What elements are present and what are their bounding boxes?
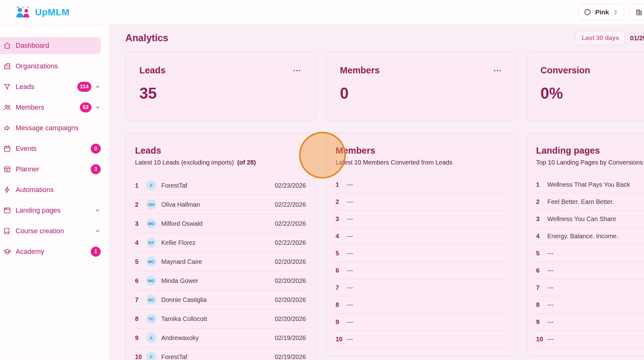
members-card-title: Members [336,145,506,156]
list-cards: Leads Latest 10 Leads (excluding imports… [125,133,644,360]
ellipsis-menu-icon[interactable] [493,66,502,75]
member-row[interactable]: 2 --- [336,193,506,210]
lead-rank: 10 [135,353,146,360]
landing-rank: 10 [536,336,547,343]
stat-card-value: 0% [540,84,644,102]
member-rank: 1 [336,181,347,188]
sidebar-item-meta: 53 [80,102,101,112]
lead-date: 02/22/2026 [275,201,306,208]
landing-page-row[interactable]: 5 --- [536,245,644,262]
member-row[interactable]: 3 --- [336,210,506,228]
sidebar-item[interactable]: Planner 3 [0,161,101,178]
lead-name: Maynard Caire [161,258,275,265]
member-name: --- [347,301,506,308]
landing-page-row[interactable]: 3 Wellness You Can Share [536,210,644,228]
sidebar-item[interactable]: Organizations [0,58,101,75]
lead-row[interactable]: 7 DC Donnie Castiglia 02/20/2026 [135,290,306,309]
lead-avatar: A [146,333,156,343]
lead-avatar: F [146,180,156,190]
date-range-preset[interactable]: Last 30 days [576,31,625,45]
sidebar-item[interactable]: Events 0 [0,140,101,157]
lead-name: ForestTaf [161,353,275,360]
landing-page-row[interactable]: 7 --- [536,279,644,296]
lead-row[interactable]: 9 A Andrewaxoky 02/19/2026 [135,328,306,348]
lead-name: Oliva Hallman [161,201,275,208]
lead-name: ForestTaf [161,182,275,189]
landing-card-subtitle: Top 10 Landing Pages by Conversions [536,159,644,166]
count-badge: 114 [77,82,91,92]
member-row[interactable]: 10 --- [336,331,506,348]
sidebar-item-label: Organizations [16,62,58,70]
sidebar-item[interactable]: Automations [0,181,101,198]
landing-page-row[interactable]: 9 --- [536,313,644,331]
members-icon [3,103,11,111]
member-row[interactable]: 4 --- [336,228,506,245]
sidebar-item[interactable]: Message campaigns [0,120,101,136]
sidebar-item[interactable]: Leads 114 [0,78,101,95]
landing-page-row[interactable]: 1 Wellness That Pays You Back [536,176,644,193]
sidebar-item[interactable]: Landing pages [0,202,101,219]
org-switcher[interactable]: U [630,4,644,20]
sidebar-item-label: Members [16,103,44,111]
lead-row[interactable]: 4 KF Kellie Florez 02/22/2026 [135,233,306,252]
date-range-value[interactable]: 01/25/20 [630,34,644,42]
landing-rank: 3 [536,215,547,223]
stat-card: Members 0 [326,52,516,121]
landing-page-row[interactable]: 8 --- [536,296,644,313]
member-row[interactable]: 7 --- [336,279,506,296]
lead-avatar: OH [146,200,156,210]
landing-rank: 8 [536,301,547,308]
lead-row[interactable]: 10 F ForestTaf 02/19/2026 [135,348,306,360]
sidebar-item-meta: 114 [77,82,101,92]
landing-page-row[interactable]: 4 Energy. Balance. Income. [536,228,644,245]
sidebar-item[interactable]: Course creation [0,223,101,239]
lead-avatar: DC [146,295,156,305]
lead-row[interactable]: 6 MG Minda Gower 02/20/2026 [135,271,306,290]
lead-row[interactable]: 3 MO Milford Oswald 02/22/2026 [135,214,306,233]
member-name: --- [347,215,506,223]
sidebar-item-meta: 0 [91,144,101,154]
landing-rank: 6 [536,267,547,274]
lead-rank: 6 [135,277,146,284]
chevron-down-icon [94,207,101,214]
landing-page-name: --- [547,284,644,291]
member-name: --- [347,181,506,188]
theme-selector[interactable]: Pink [578,4,624,20]
building-icon [635,8,643,16]
members-list-card: Members Latest 10 Members Converted from… [326,133,516,356]
landing-rank: 4 [536,233,547,240]
sidebar-item[interactable]: Academy 1 [0,243,101,260]
lead-row[interactable]: 2 OH Oliva Hallman 02/22/2026 [135,195,306,214]
lead-row[interactable]: 8 TC Tamika Collocott 02/20/2026 [135,309,306,328]
member-row[interactable]: 9 --- [336,313,506,331]
lead-row[interactable]: 1 F ForestTaf 02/23/2026 [135,176,306,195]
lead-date: 02/20/2026 [275,258,306,265]
member-name: --- [347,318,506,326]
member-name: --- [347,250,506,257]
count-badge: 1 [91,247,101,257]
sidebar-item[interactable]: Members 53 [0,99,101,116]
member-row[interactable]: 8 --- [336,296,506,313]
lead-row[interactable]: 5 MC Maynard Caire 02/20/2026 [135,252,306,271]
member-rank: 4 [336,233,347,240]
subtitle-text: Latest 10 Members Converted from Leads [336,159,453,166]
ellipsis-menu-icon[interactable] [292,66,302,75]
topbar: UpMLM Pink U [0,0,644,25]
landing-page-row[interactable]: 6 --- [536,262,644,279]
member-row[interactable]: 1 --- [336,176,506,193]
lead-date: 02/20/2026 [275,296,306,303]
member-row[interactable]: 5 --- [336,245,506,262]
lead-avatar: MC [146,257,156,267]
leads-rows: 1 F ForestTaf 02/23/2026 2 OH Oliva Hall… [135,176,306,360]
landing-page-row[interactable]: 2 Feel Better. Earn Better. [536,193,644,210]
date-range-picker: Last 30 days 01/25/20 [576,31,644,45]
sidebar-item-label: Events [16,145,36,153]
sidebar-item[interactable]: Dashboard [0,37,101,54]
sidebar-item-meta [94,228,101,234]
landing-page-row[interactable]: 10 --- [536,331,644,348]
lead-rank: 4 [135,239,146,246]
brand-name: UpMLM [35,7,70,17]
member-row[interactable]: 6 --- [336,262,506,279]
member-name: --- [347,198,506,205]
leads-list-card: Leads Latest 10 Leads (excluding imports… [125,133,316,360]
